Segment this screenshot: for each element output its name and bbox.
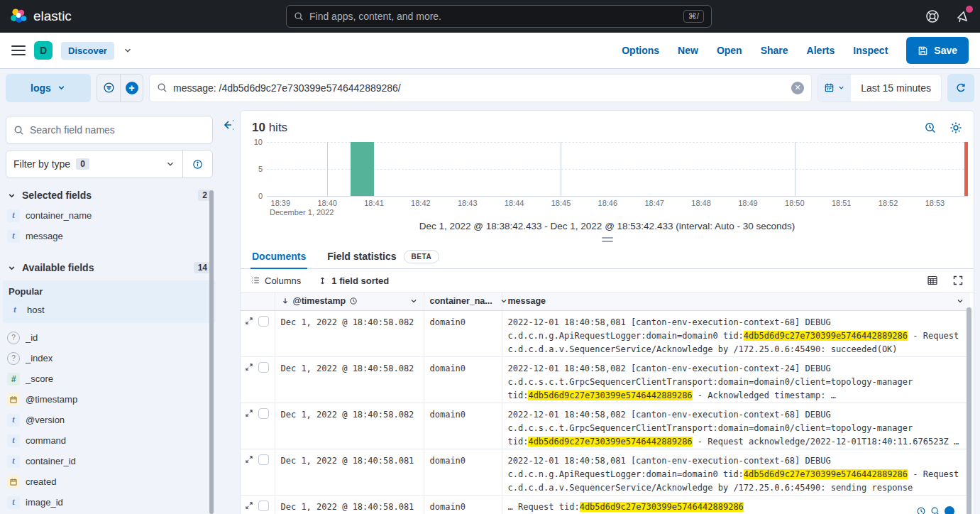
display-options-icon[interactable]: [927, 275, 938, 286]
row-action-dot-icon[interactable]: [945, 506, 954, 514]
column-menu-chevron-icon[interactable]: [956, 297, 964, 305]
gear-icon[interactable]: [949, 121, 962, 134]
row-checkbox[interactable]: [258, 454, 269, 465]
row-checkbox[interactable]: [258, 501, 269, 511]
appbar-link-options[interactable]: Options: [622, 45, 659, 56]
menu-icon[interactable]: [11, 45, 26, 55]
breadcrumb-chevron-down-icon[interactable]: [123, 45, 133, 55]
save-icon: [918, 45, 928, 56]
popular-label: Popular: [9, 286, 211, 297]
data-view-picker[interactable]: logs: [6, 74, 91, 102]
field-item-@version[interactable]: t @version: [6, 410, 213, 430]
collapse-sidebar-icon[interactable]: [220, 117, 236, 133]
expand-row-icon[interactable]: [245, 409, 253, 417]
timestamp-cell: Dec 1, 2022 @ 18:40:58.081: [275, 495, 424, 514]
field-search[interactable]: [6, 116, 213, 144]
elastic-logo-icon: [10, 8, 28, 26]
save-button[interactable]: Save: [906, 37, 969, 64]
field-sorted-label: 1 field sorted: [331, 275, 389, 286]
row-magnifier-icon[interactable]: [930, 506, 940, 514]
field-item-_score[interactable]: # _score: [6, 368, 213, 389]
beta-badge: BETA: [404, 250, 440, 263]
space-avatar[interactable]: D: [34, 41, 53, 60]
global-search-input[interactable]: [309, 11, 678, 22]
global-search[interactable]: ⌘/: [286, 5, 712, 28]
selected-fields-list: t container_name t message: [6, 205, 213, 246]
x-axis-tick: 18:49: [738, 199, 758, 207]
container-column-header[interactable]: container_na...: [424, 292, 502, 310]
histogram-chart[interactable]: 105018:3918:4018:4118:4218:4318:4418:451…: [267, 142, 967, 197]
message-column-header[interactable]: message: [502, 292, 970, 310]
field-sorted-button[interactable]: 1 field sorted: [318, 275, 389, 286]
available-fields-list: ? _id ? _index # _score @timestamp t @ve…: [6, 327, 213, 513]
selected-fields-header[interactable]: Selected fields 2: [7, 190, 211, 201]
expand-row-icon[interactable]: [245, 363, 253, 371]
appbar-links: OptionsNewOpenShareAlertsInspect: [622, 45, 888, 56]
row-clock-icon[interactable]: [916, 506, 926, 514]
text-token-icon: t: [7, 230, 20, 243]
expand-row-icon[interactable]: [245, 455, 253, 464]
newsfeed-icon[interactable]: [954, 9, 970, 24]
field-item-_id[interactable]: ? _id: [6, 327, 213, 348]
field-item-created[interactable]: created: [6, 471, 213, 492]
table-row: Dec 1, 2022 @ 18:40:58.082domain02022-12…: [241, 403, 970, 449]
expand-row-icon[interactable]: [245, 317, 253, 325]
table-scrollbar[interactable]: [967, 307, 971, 514]
help-icon[interactable]: [925, 9, 940, 24]
appbar-link-inspect[interactable]: Inspect: [853, 45, 888, 56]
row-checkbox[interactable]: [258, 316, 269, 327]
highlighted-tid: 4db5d6d9c27e730399e5746442889286: [528, 390, 692, 400]
text-token-icon: t: [9, 304, 21, 317]
x-axis-tick: 18:40: [317, 199, 337, 207]
column-menu-chevron-icon[interactable]: [409, 297, 418, 305]
histogram-bar[interactable]: [351, 142, 374, 196]
chart-options-icon[interactable]: [924, 121, 937, 134]
column-menu-chevron-icon[interactable]: [500, 297, 508, 305]
field-item-@timestamp[interactable]: @timestamp: [6, 389, 213, 410]
calendar-dropdown-button[interactable]: [818, 75, 851, 102]
info-icon[interactable]: [182, 151, 212, 177]
appbar-link-open[interactable]: Open: [717, 45, 742, 56]
field-item-container_name[interactable]: t container_name: [6, 205, 213, 226]
available-fields-header[interactable]: Available fields 14: [7, 262, 211, 273]
field-item-image_id[interactable]: t image_id: [6, 492, 213, 513]
tab-field-statistics[interactable]: Field statistics: [326, 244, 397, 268]
timestamp-cell: Dec 1, 2022 @ 18:40:58.082: [275, 403, 424, 449]
row-checkbox[interactable]: [258, 362, 269, 373]
breadcrumb-discover[interactable]: Discover: [61, 42, 114, 60]
appbar-link-share[interactable]: Share: [761, 45, 788, 56]
tab-documents[interactable]: Documents: [250, 244, 307, 268]
query-input[interactable]: [173, 82, 786, 94]
sidebar-scrollbar[interactable]: [209, 190, 214, 514]
field-search-input[interactable]: [30, 124, 205, 136]
field-item-container_id[interactable]: t container_id: [6, 451, 213, 471]
appbar-link-new[interactable]: New: [678, 45, 698, 56]
x-axis-tick: 18:53: [925, 199, 945, 207]
elastic-brand[interactable]: elastic: [10, 8, 72, 26]
expand-row-icon[interactable]: [245, 501, 253, 510]
refresh-button[interactable]: [947, 74, 974, 102]
data-view-label: logs: [31, 82, 51, 94]
appbar-link-alerts[interactable]: Alerts: [807, 45, 835, 56]
field-name: message: [26, 231, 63, 241]
x-axis-context-label: December 1, 2022: [270, 208, 334, 217]
chart-resize-handle[interactable]: [602, 237, 613, 242]
field-item-_index[interactable]: ? _index: [6, 348, 213, 368]
field-item-host[interactable]: t host: [7, 300, 211, 320]
timestamp-column-header[interactable]: @timestamp: [275, 292, 424, 310]
field-name: _score: [26, 373, 53, 384]
filter-by-type-button[interactable]: Filter by type 0: [6, 158, 182, 170]
clear-query-icon[interactable]: ✕: [791, 82, 804, 94]
row-checkbox[interactable]: [258, 408, 269, 419]
x-axis-tick: 18:47: [644, 199, 664, 207]
field-item-command[interactable]: t command: [6, 430, 213, 451]
saved-query-icon[interactable]: [97, 75, 120, 102]
search-icon: [294, 11, 304, 21]
field-item-message[interactable]: t message: [6, 226, 213, 246]
time-range-label[interactable]: Last 15 minutes: [851, 75, 941, 102]
search-shortcut-kbd: ⌘/: [683, 10, 704, 23]
fullscreen-icon[interactable]: [952, 275, 964, 286]
columns-button[interactable]: Columns: [250, 275, 301, 286]
x-axis-tick: 18:46: [598, 199, 618, 207]
add-filter-button[interactable]: +: [120, 75, 143, 102]
